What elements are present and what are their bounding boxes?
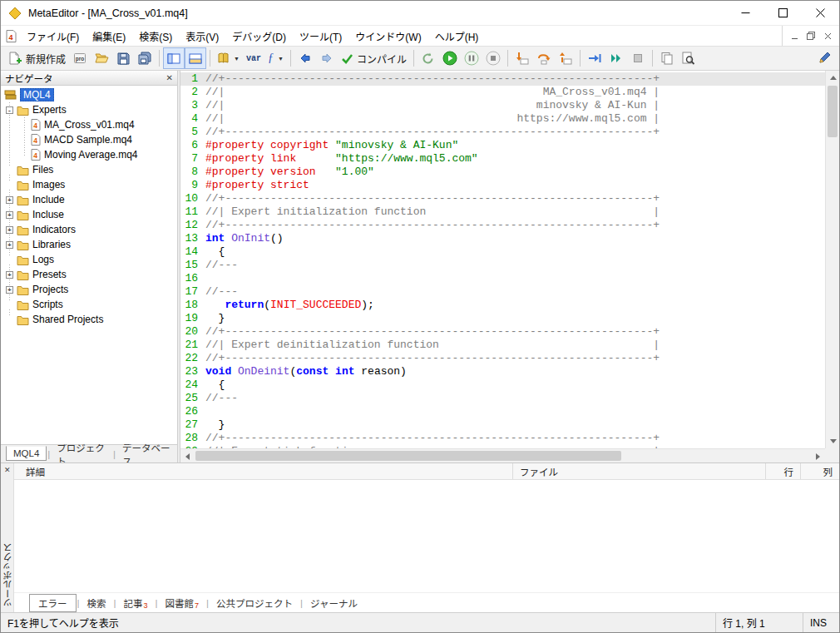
tree-item-presets[interactable]: +Presets [1, 267, 177, 282]
tree-item-ma-cross-v01-mq4[interactable]: 4MA_Cross_v01.mq4 [1, 117, 177, 132]
compile-button[interactable]: コンパイル [338, 47, 410, 69]
toolbox-tab-2[interactable]: 記事3 [117, 595, 155, 611]
tree-item-projects[interactable]: +Projects [1, 282, 177, 297]
tree-expander-icon[interactable]: + [6, 211, 13, 219]
new-file-button[interactable]: 新規作成 [5, 47, 69, 69]
scroll-up-icon[interactable] [826, 71, 840, 85]
tree-expander-icon[interactable]: + [6, 196, 13, 204]
code-line[interactable]: 1//+------------------------------------… [180, 72, 825, 86]
break-button[interactable] [627, 47, 649, 69]
tree-item-mql4[interactable]: MQL4 [1, 87, 177, 102]
editor-vertical-scrollbar[interactable] [825, 71, 839, 448]
mdi-minimize-icon[interactable] [786, 28, 803, 43]
start-debug-button[interactable] [439, 47, 461, 69]
editor-horizontal-scrollbar[interactable] [180, 448, 825, 462]
code-line[interactable]: 18 return(INIT_SUCCEEDED); [180, 299, 825, 312]
step-into-button[interactable] [511, 47, 533, 69]
navigator-tab-0[interactable]: MQL4 [6, 446, 47, 461]
menu-item[interactable]: ツール(T) [293, 26, 348, 46]
pause-debug-button[interactable] [461, 47, 482, 69]
scroll-down-icon[interactable] [826, 434, 840, 448]
code-editor[interactable]: 1//+------------------------------------… [180, 71, 825, 448]
styles-book-button[interactable]: ▼ [214, 47, 243, 69]
toolbox-close-icon[interactable]: ✕ [4, 466, 11, 474]
tree-item-incluse[interactable]: +Incluse [1, 207, 177, 222]
code-line[interactable]: 23void OnDeinit(const int reason) [180, 365, 825, 378]
maximize-button[interactable] [764, 1, 802, 26]
code-line[interactable]: 28//+-----------------------------------… [180, 432, 825, 445]
mdi-restore-icon[interactable] [803, 28, 819, 43]
insert-var-button[interactable]: var [243, 47, 264, 69]
tree-item-scripts[interactable]: Scripts [1, 297, 177, 312]
menu-item[interactable]: 編集(E) [86, 26, 132, 46]
tree-expander-icon[interactable]: + [6, 241, 13, 249]
menu-item[interactable]: ウインドウ(W) [348, 26, 427, 46]
toolbox-tab-5[interactable]: ジャーナル [304, 595, 364, 611]
step-out-button[interactable] [555, 47, 576, 69]
code-line[interactable]: 21//| Expert deinitialization function | [180, 339, 825, 352]
code-line[interactable]: 19 } [180, 312, 825, 325]
code-line[interactable]: 4//| https://www.mql5.com | [180, 112, 825, 126]
toolbox-tab-0[interactable]: エラー [29, 594, 77, 612]
toolbox-tab-1[interactable]: 検索 [81, 595, 113, 611]
vertical-scroll-thumb[interactable] [828, 86, 838, 137]
code-line[interactable]: 13int OnInit() [180, 232, 825, 245]
step-over-button[interactable] [533, 47, 555, 69]
code-line[interactable]: 26 [180, 405, 825, 418]
close-button[interactable] [802, 1, 839, 26]
continue-button[interactable] [605, 47, 627, 69]
menu-item[interactable]: 表示(V) [179, 26, 225, 46]
code-line[interactable]: 27 } [180, 418, 825, 432]
scroll-left-icon[interactable] [180, 449, 195, 463]
tree-item-experts[interactable]: -Experts [1, 102, 177, 117]
tree-item-shared-projects[interactable]: Shared Projects [1, 312, 177, 327]
code-line[interactable]: 22//+-----------------------------------… [180, 352, 825, 365]
menu-item[interactable]: 検索(S) [132, 26, 179, 46]
tree-expander-icon[interactable]: + [6, 226, 13, 234]
restart-debug-button[interactable] [418, 47, 439, 69]
toolbox-column-0[interactable]: 詳細 [14, 463, 513, 479]
mql5-pencil-button[interactable] [813, 47, 835, 69]
toolbox-column-2[interactable]: 行 [766, 463, 801, 479]
minimize-button[interactable] [727, 1, 764, 26]
toolbox-column-3[interactable]: 列 [801, 463, 839, 479]
code-line[interactable]: 17//--- [180, 285, 825, 299]
toolbox-tab-4[interactable]: 公共プロジェクト [210, 595, 299, 611]
tree-item-images[interactable]: Images [1, 177, 177, 192]
code-line[interactable]: 5//+------------------------------------… [180, 126, 825, 139]
menu-item[interactable]: ファイル(F) [20, 26, 86, 46]
publish-pro-button[interactable]: pro [69, 47, 91, 69]
code-line[interactable]: 12//+-----------------------------------… [180, 219, 825, 232]
code-line[interactable]: 10//+-----------------------------------… [180, 192, 825, 205]
code-line[interactable]: 2//| MA_Cross_v01.mq4 | [180, 86, 825, 99]
tree-expander-icon[interactable]: + [6, 271, 13, 279]
menu-item[interactable]: ヘルプ(H) [428, 26, 486, 46]
navigator-close-icon[interactable]: ✕ [166, 73, 173, 82]
tree-item-logs[interactable]: Logs [1, 252, 177, 267]
toggle-navigator-button[interactable] [163, 47, 185, 69]
tree-expander-icon[interactable]: - [6, 106, 13, 114]
tree-item-indicators[interactable]: +Indicators [1, 222, 177, 237]
code-line[interactable]: 6#property copyright "minovsky & AI-Kun" [180, 139, 825, 152]
toggle-toolbox-button[interactable] [185, 47, 206, 69]
menu-item[interactable]: デバッグ(D) [225, 26, 293, 46]
tree-item-moving-average-mq4[interactable]: 4Moving Average.mq4 [1, 147, 177, 162]
scroll-right-icon[interactable] [811, 449, 825, 463]
tree-item-files[interactable]: Files [1, 162, 177, 177]
code-line[interactable]: 16 [180, 272, 825, 285]
code-line[interactable]: 24 { [180, 378, 825, 392]
code-line[interactable]: 8#property version "1.00" [180, 166, 825, 179]
forward-button[interactable] [316, 47, 338, 69]
save-button[interactable] [112, 47, 134, 69]
horizontal-scroll-thumb[interactable] [195, 451, 621, 461]
mdi-close-icon[interactable] [819, 28, 836, 43]
code-line[interactable]: 3//| minovsky & AI-Kun | [180, 99, 825, 112]
tree-item-include[interactable]: +Include [1, 192, 177, 207]
copy-button[interactable] [656, 47, 678, 69]
tree-item-macd-sample-mq4[interactable]: 4MACD Sample.mq4 [1, 132, 177, 147]
back-button[interactable] [294, 47, 316, 69]
code-line[interactable]: 20//+-----------------------------------… [180, 325, 825, 339]
insert-function-button[interactable]: ƒ ▼ [264, 47, 287, 69]
stop-debug-button[interactable] [482, 47, 504, 69]
code-line[interactable]: 25//--- [180, 392, 825, 405]
